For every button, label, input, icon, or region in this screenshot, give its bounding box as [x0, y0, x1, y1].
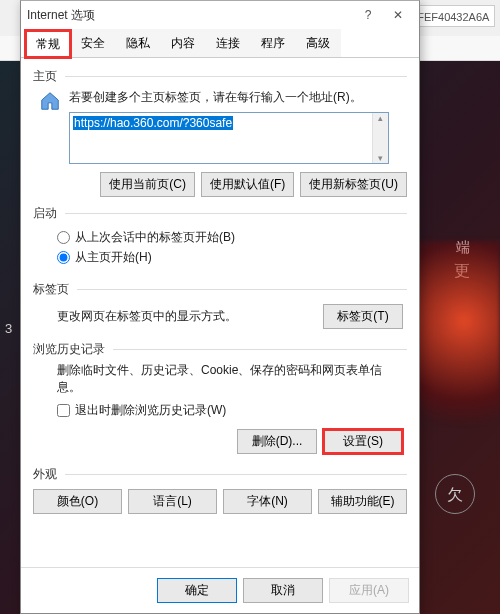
accessibility-button[interactable]: 辅助功能(E): [318, 489, 407, 514]
radio-home[interactable]: [57, 251, 70, 264]
tab-content[interactable]: 内容: [160, 29, 206, 57]
fonts-button[interactable]: 字体(N): [223, 489, 312, 514]
languages-button[interactable]: 语言(L): [128, 489, 217, 514]
home-icon: [39, 90, 61, 112]
radio-label: 从主页开始(H): [75, 249, 152, 266]
bg-text: 端: [456, 239, 470, 257]
tab-privacy[interactable]: 隐私: [115, 29, 161, 57]
group-tabs: 标签页 更改网页在标签页中的显示方式。 标签页(T): [33, 281, 407, 333]
internet-options-dialog: Internet 选项 ? ✕ 常规 安全 隐私 内容 连接 程序 高级 主页 …: [20, 0, 420, 614]
close-button[interactable]: ✕: [383, 8, 413, 22]
ok-button[interactable]: 确定: [157, 578, 237, 603]
titlebar: Internet 选项 ? ✕: [21, 1, 419, 29]
group-startup: 启动 从上次会话中的标签页开始(B) 从主页开始(H): [33, 205, 407, 273]
divider: [65, 76, 407, 77]
colors-button[interactable]: 颜色(O): [33, 489, 122, 514]
group-label: 浏览历史记录: [33, 342, 105, 356]
group-label: 启动: [33, 206, 57, 220]
history-settings-button[interactable]: 设置(S): [323, 429, 403, 454]
divider: [65, 213, 407, 214]
apply-button[interactable]: 应用(A): [329, 578, 409, 603]
tabs-settings-button[interactable]: 标签页(T): [323, 304, 403, 329]
use-newtab-button[interactable]: 使用新标签页(U): [300, 172, 407, 197]
radio-last-session[interactable]: [57, 231, 70, 244]
tab-general[interactable]: 常规: [25, 30, 71, 58]
home-url-value: https://hao.360.com/?360safe: [73, 116, 233, 130]
delete-on-exit[interactable]: 退出时删除浏览历史记录(W): [57, 402, 403, 419]
use-default-button[interactable]: 使用默认值(F): [201, 172, 294, 197]
history-desc: 删除临时文件、历史记录、Cookie、保存的密码和网页表单信息。: [57, 362, 403, 396]
group-label: 标签页: [33, 282, 69, 296]
bg-text: 更: [454, 261, 470, 282]
radio-label: 从上次会话中的标签页开始(B): [75, 229, 235, 246]
home-desc: 若要创建多个主页标签页，请在每行输入一个地址(R)。: [69, 89, 407, 106]
cancel-button[interactable]: 取消: [243, 578, 323, 603]
divider: [113, 349, 407, 350]
tab-programs[interactable]: 程序: [250, 29, 296, 57]
group-appearance: 外观 颜色(O) 语言(L) 字体(N) 辅助功能(E): [33, 466, 407, 514]
home-url-input[interactable]: https://hao.360.com/?360safe ▴▾: [69, 112, 389, 164]
group-history: 浏览历史记录 删除临时文件、历史记录、Cookie、保存的密码和网页表单信息。 …: [33, 341, 407, 458]
tab-security[interactable]: 安全: [70, 29, 116, 57]
bg-text: 3: [5, 321, 12, 336]
tab-advanced[interactable]: 高级: [295, 29, 341, 57]
tab-strip: 常规 安全 隐私 内容 连接 程序 高级: [21, 29, 419, 58]
delete-on-exit-checkbox[interactable]: [57, 404, 70, 417]
tabs-desc: 更改网页在标签页中的显示方式。: [57, 308, 237, 325]
group-label: 外观: [33, 467, 57, 481]
tab-connections[interactable]: 连接: [205, 29, 251, 57]
startup-home[interactable]: 从主页开始(H): [57, 249, 403, 266]
help-button[interactable]: ?: [353, 8, 383, 22]
group-label: 主页: [33, 69, 57, 83]
scrollbar[interactable]: ▴▾: [372, 113, 388, 163]
divider: [65, 474, 407, 475]
delete-history-button[interactable]: 删除(D)...: [237, 429, 317, 454]
checkbox-label: 退出时删除浏览历史记录(W): [75, 402, 226, 419]
group-home: 主页 若要创建多个主页标签页，请在每行输入一个地址(R)。 https://ha…: [33, 68, 407, 197]
use-current-button[interactable]: 使用当前页(C): [100, 172, 195, 197]
dialog-title: Internet 选项: [27, 7, 353, 24]
startup-last-session[interactable]: 从上次会话中的标签页开始(B): [57, 229, 403, 246]
divider: [77, 289, 407, 290]
bg-round-button[interactable]: 欠: [435, 474, 475, 514]
dialog-footer: 确定 取消 应用(A): [21, 567, 419, 613]
dialog-content: 主页 若要创建多个主页标签页，请在每行输入一个地址(R)。 https://ha…: [21, 58, 419, 567]
